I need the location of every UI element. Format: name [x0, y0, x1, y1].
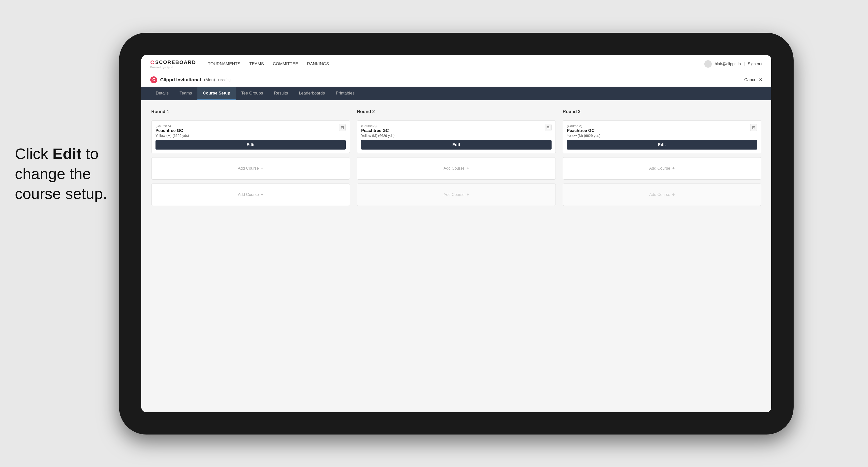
edit-course-button-3[interactable]: Edit [567, 140, 757, 150]
round-2-add-course-1[interactable]: Add Course + [357, 157, 556, 180]
edit-course-button[interactable]: Edit [155, 140, 346, 150]
course-details-2: Yellow (M) (6629 yds) [361, 134, 545, 138]
course-label: (Course A) [155, 124, 339, 128]
round-3-add-course-2: Add Course + [563, 184, 762, 206]
hosting-badge: Hosting [218, 77, 230, 82]
tablet-screen: C SCOREBOARD Powered by clippd TOURNAMEN… [142, 55, 771, 412]
sub-header: C Clippd Invitational (Men) Hosting Canc… [142, 73, 771, 87]
logo-text: SCOREBOARD [155, 60, 196, 65]
round-1-title: Round 1 [151, 109, 350, 114]
round-3-add-course-1[interactable]: Add Course + [563, 157, 762, 180]
user-email: blair@clippd.io [715, 62, 741, 66]
rounds-container: Round 1 (Course A) Peachtree GC Yellow (… [151, 109, 762, 206]
course-name-3: Peachtree GC [567, 128, 750, 133]
annotation-text: Click Edit tochange thecourse setup. [15, 144, 107, 204]
delete-course-button-2[interactable]: ⊟ [545, 124, 552, 131]
course-card-actions-3: ⊟ [750, 124, 757, 131]
round-1-add-course-2[interactable]: Add Course + [151, 184, 350, 206]
add-course-text-5: Add Course + [649, 166, 675, 171]
tab-details[interactable]: Details [150, 87, 174, 100]
course-card-header: (Course A) Peachtree GC Yellow (M) (6629… [152, 121, 350, 140]
tab-tee-groups[interactable]: Tee Groups [236, 87, 269, 100]
edit-btn-container: Edit [152, 140, 350, 153]
nav-tournaments[interactable]: TOURNAMENTS [208, 61, 240, 67]
course-card-header-2: (Course A) Peachtree GC Yellow (M) (6629… [357, 121, 555, 140]
pipe-separator: | [744, 62, 745, 66]
course-info: (Course A) Peachtree GC Yellow (M) (6629… [155, 124, 339, 138]
round-2-course-card: (Course A) Peachtree GC Yellow (M) (6629… [357, 120, 556, 153]
logo-sub: Powered by clippd [150, 66, 196, 69]
course-name-2: Peachtree GC [361, 128, 545, 133]
course-info-2: (Course A) Peachtree GC Yellow (M) (6629… [361, 124, 545, 138]
round-1-course-card: (Course A) Peachtree GC Yellow (M) (6629… [151, 120, 350, 153]
add-course-text-6: Add Course + [649, 192, 675, 197]
course-card-actions-2: ⊟ [545, 124, 552, 131]
course-name: Peachtree GC [155, 128, 339, 133]
add-course-text-4: Add Course + [443, 192, 469, 197]
add-plus-icon-6: + [672, 192, 675, 197]
delete-course-button-3[interactable]: ⊟ [750, 124, 757, 131]
add-course-text: Add Course + [238, 166, 264, 171]
sub-header-actions: Cancel ✕ [744, 77, 762, 82]
tablet-frame: C SCOREBOARD Powered by clippd TOURNAMEN… [119, 33, 794, 435]
cancel-button[interactable]: Cancel ✕ [744, 77, 762, 82]
tabs-bar: Details Teams Course Setup Tee Groups Re… [142, 87, 771, 100]
edit-course-button-2[interactable]: Edit [361, 140, 551, 150]
edit-btn-container-2: Edit [357, 140, 555, 153]
tab-teams[interactable]: Teams [174, 87, 197, 100]
add-plus-icon: + [261, 166, 264, 171]
add-plus-icon-5: + [672, 166, 675, 171]
tab-results[interactable]: Results [268, 87, 293, 100]
tab-course-setup[interactable]: Course Setup [197, 87, 236, 100]
tab-printables[interactable]: Printables [330, 87, 360, 100]
sign-out-link[interactable]: Sign out [748, 62, 762, 66]
add-plus-icon-4: + [466, 192, 469, 197]
course-card-header-3: (Course A) Peachtree GC Yellow (M) (6629… [563, 121, 761, 140]
scoreboard-logo: C SCOREBOARD Powered by clippd [150, 59, 196, 69]
course-card-actions: ⊟ [339, 124, 346, 131]
brand-logo-icon: C [150, 76, 157, 83]
round-2-column: Round 2 (Course A) Peachtree GC Yellow (… [357, 109, 556, 206]
add-plus-icon-3: + [466, 166, 469, 171]
nav-rankings[interactable]: RANKINGS [307, 61, 329, 67]
round-3-course-card: (Course A) Peachtree GC Yellow (M) (6629… [563, 120, 762, 153]
round-3-title: Round 3 [563, 109, 762, 114]
course-label-2: (Course A) [361, 124, 545, 128]
gender-label: (Men) [204, 77, 215, 82]
course-info-3: (Course A) Peachtree GC Yellow (M) (6629… [567, 124, 750, 138]
course-details: Yellow (M) (6629 yds) [155, 134, 339, 138]
tab-leaderboards[interactable]: Leaderboards [293, 87, 330, 100]
user-avatar [704, 60, 712, 68]
top-nav: C SCOREBOARD Powered by clippd TOURNAMEN… [142, 55, 771, 73]
round-2-title: Round 2 [357, 109, 556, 114]
round-1-column: Round 1 (Course A) Peachtree GC Yellow (… [151, 109, 350, 206]
delete-course-button[interactable]: ⊟ [339, 124, 346, 131]
round-2-add-course-2: Add Course + [357, 184, 556, 206]
add-course-text-2: Add Course + [238, 192, 264, 197]
round-3-column: Round 3 (Course A) Peachtree GC Yellow (… [563, 109, 762, 206]
round-1-add-course-1[interactable]: Add Course + [151, 157, 350, 180]
nav-committee[interactable]: COMMITTEE [273, 61, 298, 67]
course-label-3: (Course A) [567, 124, 750, 128]
logo-c-icon: C [150, 59, 154, 66]
tournament-name: Clippd Invitational [160, 77, 201, 83]
add-plus-icon-2: + [261, 192, 264, 197]
main-nav: TOURNAMENTS TEAMS COMMITTEE RANKINGS [208, 61, 704, 67]
main-content: Round 1 (Course A) Peachtree GC Yellow (… [142, 100, 771, 412]
course-details-3: Yellow (M) (6629 yds) [567, 134, 750, 138]
nav-right: blair@clippd.io | Sign out [704, 60, 762, 68]
edit-btn-container-3: Edit [563, 140, 761, 153]
nav-teams[interactable]: TEAMS [249, 61, 264, 67]
add-course-text-3: Add Course + [443, 166, 469, 171]
